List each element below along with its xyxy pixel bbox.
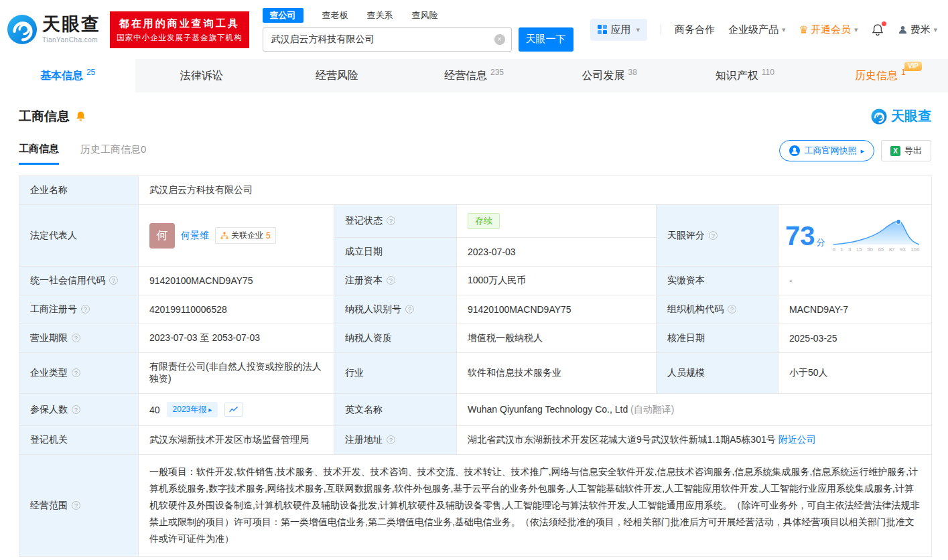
value-company-type: 有限责任公司(非自然人投资或控股的法人独资) [139, 353, 334, 394]
legal-rep-link[interactable]: 何景维 [181, 230, 209, 242]
value-english-name: Wuhan Qiyunfang Technology Co., Ltd (自动翻… [457, 394, 932, 426]
help-icon[interactable]: ? [109, 276, 118, 285]
search-tab-risk[interactable]: 查风险 [412, 9, 438, 21]
value-staff-scale: 小于50人 [778, 353, 932, 394]
search-tab-relation[interactable]: 查关系 [367, 9, 393, 21]
label-business-scope: 经营范围? [19, 455, 139, 557]
help-icon[interactable]: ? [387, 435, 395, 444]
nav-user[interactable]: 费米 ▾ [898, 23, 937, 36]
help-icon[interactable]: ? [72, 501, 80, 510]
business-info-table: 企业名称 武汉启云方科技有限公司 法定代表人 何 何景维 关联企业 [19, 176, 932, 557]
tab-label: 基本信息 [40, 69, 83, 83]
subscribe-bell-icon[interactable] [75, 111, 86, 122]
auto-translate-note: (自动翻译) [630, 404, 674, 415]
tab-history-info[interactable]: 历史信息1 VIP [813, 59, 948, 92]
label-paid-capital: 实缴资本 [657, 267, 778, 295]
tab-company-development[interactable]: 公司发展38 [542, 59, 677, 92]
subtab-business-info[interactable]: 工商信息 [19, 143, 59, 165]
clear-search-icon[interactable]: × [494, 34, 505, 45]
nav-open-vip[interactable]: ♛ 开通会员 ▾ [799, 23, 858, 36]
tab-operation-risk[interactable]: 经营风险 [271, 59, 406, 92]
label-company-type: 企业类型? [19, 353, 139, 394]
arrow-right-icon: ▸ [208, 406, 212, 413]
trend-chart-icon[interactable] [224, 403, 243, 417]
legal-rep-avatar[interactable]: 何 [149, 223, 175, 249]
slogan-line1: 都在用的商业查询工具 [117, 17, 243, 30]
search-button[interactable]: 天眼一下 [519, 27, 573, 52]
tianyancha-logo-icon [871, 109, 887, 125]
nav-enterprise-products[interactable]: 企业级产品 ▾ [728, 23, 786, 36]
related-companies-badge[interactable]: 关联企业 5 [215, 227, 276, 244]
search-input[interactable] [263, 27, 512, 52]
search-tabs: 查公司 查老板 查关系 查风险 [263, 8, 573, 23]
export-label: 导出 [904, 145, 922, 157]
main-content: 工商信息 天眼查 工商信息 历史工商信息0 [0, 107, 948, 560]
tab-label: 法律诉讼 [180, 69, 223, 83]
brand-slogan-banner: 都在用的商业查询工具 国家中小企业发展子基金旗下机构 [110, 11, 249, 48]
tab-label: 知识产权 [716, 69, 758, 83]
apps-button[interactable]: 应用 ▾ [590, 19, 648, 41]
nav-business-cooperation[interactable]: 商务合作 [675, 23, 715, 36]
search-area: 查公司 查老板 查关系 查风险 × 天眼一下 [263, 8, 573, 52]
help-icon[interactable]: ? [72, 368, 80, 377]
help-icon[interactable]: ? [72, 405, 80, 414]
label-legal-rep: 法定代表人 [19, 205, 139, 267]
value-legal-rep: 何 何景维 关联企业 5 [139, 205, 334, 267]
caret-down-icon: ▾ [782, 25, 786, 34]
tab-count: 110 [762, 68, 774, 77]
annual-report-badge[interactable]: 2023年报▸ [167, 402, 218, 417]
logo-name: 天眼查 [42, 15, 100, 33]
export-button[interactable]: X 导出 [881, 140, 931, 161]
notification-dot [882, 21, 886, 26]
label-org-code: 组织机构代码? [657, 295, 778, 324]
site-header: 天眼查 TianYanCha.com 都在用的商业查询工具 国家中小企业发展子基… [0, 0, 948, 59]
caret-down-icon: ▾ [636, 25, 640, 34]
value-reg-authority: 武汉东湖新技术开发区市场监督管理局 [139, 426, 334, 455]
tianyancha-watermark: 天眼查 [871, 107, 931, 125]
site-logo[interactable]: 天眼查 TianYanCha.com [7, 14, 100, 45]
tab-legal-proceedings[interactable]: 法律诉讼 [135, 59, 271, 92]
org-chart-icon [220, 232, 228, 240]
help-icon[interactable]: ? [81, 305, 90, 313]
value-business-term: 2023-07-03 至 2053-07-03 [139, 324, 334, 353]
status-badge: 存续 [468, 213, 500, 229]
official-snapshot-button[interactable]: 工商官网快照 ▸ [779, 140, 874, 161]
caret-down-icon: ▾ [854, 25, 858, 34]
value-taxpayer-no: 91420100MACND9AY75 [457, 295, 657, 324]
username: 费米 [910, 23, 930, 36]
score-unit: 分 [817, 237, 825, 247]
apps-grid-icon [598, 25, 607, 34]
label-reg-status: 登记状态? [334, 205, 457, 238]
subtab-history-business-info[interactable]: 历史工商信息0 [80, 143, 146, 163]
score-value: 73 [785, 221, 815, 251]
nearby-companies-link[interactable]: 附近公司 [778, 434, 816, 445]
section-title: 工商信息 [19, 108, 70, 125]
search-tab-company[interactable]: 查公司 [263, 8, 303, 23]
value-reg-capital: 1000万人民币 [457, 267, 657, 295]
excel-icon: X [890, 146, 900, 156]
help-icon[interactable]: ? [405, 305, 414, 313]
notification-bell-icon[interactable] [871, 23, 884, 36]
value-reg-no: 420199110006528 [139, 295, 334, 324]
tab-label: 公司发展 [582, 69, 624, 83]
help-icon[interactable]: ? [387, 216, 395, 225]
search-tab-boss[interactable]: 查老板 [322, 9, 348, 21]
help-icon[interactable]: ? [728, 305, 736, 313]
value-establish-date: 2023-07-03 [457, 238, 657, 267]
label-establish-date: 成立日期 [334, 238, 457, 267]
tab-intellectual-property[interactable]: 知识产权110 [677, 59, 813, 92]
help-icon[interactable]: ? [72, 334, 80, 342]
arrow-right-icon: ▸ [860, 147, 864, 155]
value-insured-count: 40 2023年报▸ [139, 394, 334, 426]
value-reg-status: 存续 [457, 205, 657, 238]
value-industry: 软件和信息技术服务业 [457, 353, 657, 394]
label-reg-authority: 登记机关 [19, 426, 139, 455]
tab-operation-info[interactable]: 经营信息235 [406, 59, 541, 92]
value-taxpayer-quality: 增值税一般纳税人 [457, 324, 657, 353]
help-icon[interactable]: ? [387, 276, 395, 285]
snapshot-label: 工商官网快照 [804, 145, 856, 157]
tab-label: 历史信息 [855, 69, 898, 83]
value-score[interactable]: 73分 0131550658793100 [778, 205, 932, 267]
help-icon[interactable]: ? [709, 231, 718, 240]
tab-basic-info[interactable]: 基本信息25 [0, 59, 135, 92]
